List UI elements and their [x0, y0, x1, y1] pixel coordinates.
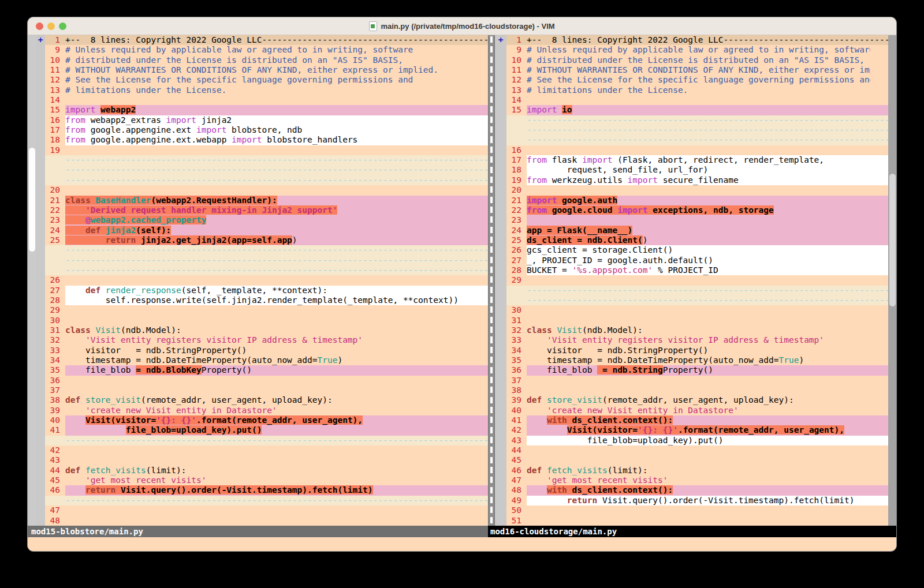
- code-line[interactable]: 43: [45, 455, 488, 465]
- code-line[interactable]: 21class BaseHandler(webapp2.RequestHandl…: [45, 196, 488, 205]
- diff-filler-line[interactable]: ----------------------------------------…: [45, 175, 488, 185]
- code-line[interactable]: 47: [45, 505, 488, 515]
- code-line[interactable]: 45 'get most recent visits': [45, 475, 488, 485]
- code-line[interactable]: 23: [506, 215, 888, 225]
- code-line[interactable]: 28BUCKET = '%s.appspot.com' % PROJECT_ID: [506, 265, 888, 275]
- code-line[interactable]: 40 'create new Visit entity in Datastore…: [506, 406, 888, 415]
- command-line[interactable]: [28, 537, 896, 551]
- code-line[interactable]: 51: [506, 516, 888, 526]
- code-line[interactable]: 17from flask import (Flask, abort, redir…: [506, 155, 888, 165]
- code-line[interactable]: 22from google.cloud import exceptions, n…: [506, 205, 888, 215]
- code-line[interactable]: 29: [45, 305, 488, 315]
- diff-filler-line[interactable]: ----------------------------------------…: [506, 286, 888, 295]
- code-line[interactable]: 33 'Visit entity registers visitor IP ad…: [506, 335, 888, 345]
- code-line[interactable]: 11# WITHOUT WARRANTIES OR CONDITIONS OF …: [45, 65, 488, 75]
- code-line[interactable]: 10# distributed under the License is dis…: [45, 55, 488, 65]
- diff-filler-line[interactable]: ----------------------------------------…: [506, 295, 888, 305]
- code-line[interactable]: 37: [506, 376, 888, 385]
- code-line[interactable]: 39 'create new Visit entity in Datastore…: [45, 406, 488, 415]
- code-line[interactable]: 33 visitor = ndb.StringProperty(): [45, 346, 488, 355]
- code-line[interactable]: 44: [506, 445, 888, 455]
- code-line[interactable]: 20: [506, 185, 888, 195]
- code-line[interactable]: 30: [45, 316, 488, 325]
- minimize-button[interactable]: [47, 23, 55, 30]
- left-pane-code-area[interactable]: 1+-- 8 lines: Copyright 2022 Google LLC-…: [45, 35, 488, 526]
- code-line[interactable]: 16from webapp2_extras import jinja2: [45, 115, 488, 125]
- code-line[interactable]: 50: [506, 505, 888, 515]
- code-line[interactable]: 34 timestamp = ndb.DateTimeProperty(auto…: [45, 355, 488, 365]
- diff-filler-line[interactable]: ----------------------------------------…: [45, 256, 488, 265]
- code-line[interactable]: 24 def jinja2(self):: [45, 226, 488, 235]
- code-line[interactable]: 45: [506, 455, 888, 465]
- fold-indicator-icon[interactable]: +: [498, 35, 504, 44]
- code-line[interactable]: 12# See the License for the specific lan…: [45, 75, 488, 85]
- vertical-split-separator[interactable]: [488, 35, 495, 526]
- right-fold-column[interactable]: +: [495, 35, 506, 526]
- code-line[interactable]: 22 'Derived request handler mixing-in Ji…: [45, 205, 488, 215]
- code-line[interactable]: 35 file_blob = ndb.BlobKeyProperty(): [45, 365, 488, 375]
- code-line[interactable]: 15import io: [506, 105, 888, 115]
- code-line[interactable]: 44def fetch_visits(limit):: [45, 466, 488, 475]
- folded-line[interactable]: 1+-- 8 lines: Copyright 2022 Google LLC-…: [45, 35, 488, 45]
- code-line[interactable]: 16: [506, 145, 888, 155]
- code-line[interactable]: 27_, PROJECT_ID = google.auth.default(): [506, 256, 888, 265]
- window-titlebar[interactable]: main.py (/private/tmp/mod16-cloudstorage…: [28, 17, 896, 35]
- code-line[interactable]: 13# limitations under the License.: [45, 85, 488, 95]
- diff-filler-line[interactable]: ----------------------------------------…: [45, 245, 488, 255]
- code-line[interactable]: 30: [506, 305, 888, 315]
- diff-filler-line[interactable]: ----------------------------------------…: [506, 135, 888, 145]
- code-line[interactable]: 47 'get most recent visits': [506, 475, 888, 485]
- right-pane-scrollbar[interactable]: [888, 35, 896, 526]
- code-line[interactable]: 26: [45, 275, 488, 285]
- code-line[interactable]: 36 file_blob = ndb.StringProperty(): [506, 365, 888, 375]
- code-line[interactable]: 35 timestamp = ndb.DateTimeProperty(auto…: [506, 355, 888, 365]
- code-line[interactable]: 32class Visit(ndb.Model):: [506, 325, 888, 335]
- code-line[interactable]: 41 file_blob=upload_key).put(): [45, 425, 488, 435]
- code-line[interactable]: 31: [506, 316, 888, 325]
- diff-filler-line[interactable]: ----------------------------------------…: [506, 115, 888, 125]
- diff-filler-line[interactable]: ----------------------------------------…: [45, 165, 488, 175]
- code-line[interactable]: 21import google.auth: [506, 196, 888, 205]
- close-button[interactable]: [36, 23, 43, 30]
- code-line[interactable]: 38: [506, 385, 888, 395]
- code-line[interactable]: 14: [506, 95, 888, 105]
- folded-line[interactable]: 1+-- 8 lines: Copyright 2022 Google LLC-…: [506, 35, 888, 45]
- code-line[interactable]: 42: [45, 445, 488, 455]
- code-line[interactable]: 41 with ds_client.context():: [506, 415, 888, 425]
- code-line[interactable]: 9# Unless required by applicable law or …: [506, 45, 888, 55]
- code-line[interactable]: 37: [45, 385, 488, 395]
- diff-filler-line[interactable]: ----------------------------------------…: [45, 496, 488, 505]
- left-fold-column[interactable]: +: [36, 35, 45, 526]
- code-line[interactable]: 38def store_visit(remote_addr, user_agen…: [45, 395, 488, 405]
- code-line[interactable]: 26gcs_client = storage.Client(): [506, 245, 888, 255]
- zoom-button[interactable]: [59, 23, 66, 30]
- code-line[interactable]: 9# Unless required by applicable law or …: [45, 45, 488, 55]
- scrollbar-thumb[interactable]: [889, 174, 896, 306]
- code-line[interactable]: 28 self.response.write(self.jinja2.rende…: [45, 295, 488, 305]
- left-pane-scrollbar[interactable]: [28, 35, 36, 526]
- code-line[interactable]: 11# WITHOUT WARRANTIES OR CONDITIONS OF …: [506, 65, 888, 75]
- code-line[interactable]: 42 Visit(visitor='{}: {}'.format(remote_…: [506, 425, 888, 435]
- code-line[interactable]: 29: [506, 275, 888, 285]
- code-line[interactable]: 18 request, send_file, url_for): [506, 165, 888, 175]
- code-line[interactable]: 14: [45, 95, 488, 105]
- code-line[interactable]: 48: [45, 516, 488, 526]
- code-line[interactable]: 12# See the License for the specific lan…: [506, 75, 888, 85]
- code-line[interactable]: 20: [45, 185, 488, 195]
- diff-filler-line[interactable]: ----------------------------------------…: [45, 155, 488, 165]
- code-line[interactable]: 19from werkzeug.utils import secure_file…: [506, 175, 888, 185]
- statusline-active[interactable]: mod16-cloudstorage/main.py: [488, 526, 896, 537]
- code-line[interactable]: 17from google.appengine.ext import blobs…: [45, 125, 488, 135]
- scrollbar-thumb[interactable]: [29, 148, 35, 252]
- document-proxy-icon[interactable]: [369, 21, 377, 31]
- code-line[interactable]: 34 visitor = ndb.StringProperty(): [506, 346, 888, 355]
- code-line[interactable]: 10# distributed under the License is dis…: [506, 55, 888, 65]
- code-line[interactable]: 27 def render_response(self, _template, …: [45, 286, 488, 295]
- code-line[interactable]: 19: [45, 145, 488, 155]
- fold-indicator-icon[interactable]: +: [38, 35, 43, 44]
- right-pane-code-area[interactable]: 1+-- 8 lines: Copyright 2022 Google LLC-…: [506, 35, 888, 526]
- diff-filler-line[interactable]: ----------------------------------------…: [45, 265, 488, 275]
- code-line[interactable]: 48 with ds_client.context():: [506, 485, 888, 495]
- code-line[interactable]: 32 'Visit entity registers visitor IP ad…: [45, 335, 488, 345]
- code-line[interactable]: 13# limitations under the License.: [506, 85, 888, 95]
